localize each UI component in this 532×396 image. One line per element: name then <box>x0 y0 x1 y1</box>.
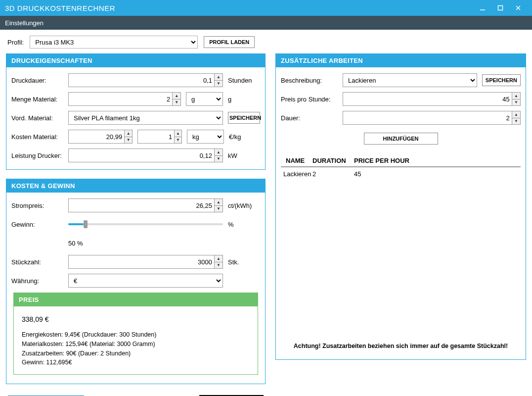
electricity-price-input[interactable]: ▲▼ <box>68 198 223 212</box>
profit-slider[interactable] <box>68 223 223 225</box>
panel-header-props: DRUCKEIGENSCHAFTEN <box>6 54 265 67</box>
panel-price: PREIS 338,09 € Energiekosten: 9,45€ (Dru… <box>13 293 258 375</box>
material-cost-qty-input[interactable]: ▲▼ <box>137 130 182 144</box>
material-amount-input[interactable]: ▲▼ <box>68 92 181 106</box>
svg-rect-1 <box>498 6 503 10</box>
spinner-down-icon[interactable]: ▼ <box>215 81 222 87</box>
printer-power-input[interactable]: ▲▼ <box>68 148 223 162</box>
material-preset-label: Vord. Material: <box>11 114 68 122</box>
price-profit-line: Gewinn: 112,695€ <box>22 358 250 367</box>
panel-costs-profit: KOSTEN & GEWINN Strompreis: ▲▼ ct/(kWh) … <box>6 179 266 384</box>
spinner-up-icon[interactable]: ▲ <box>215 74 222 81</box>
print-duration-unit: Stunden <box>228 77 260 84</box>
material-amount-label: Menge Material: <box>11 96 68 103</box>
material-save-button[interactable]: SPEICHERN <box>228 112 260 124</box>
cell-name: Lackieren <box>281 170 312 178</box>
spinner-down-icon[interactable]: ▼ <box>175 137 181 144</box>
panel-header-costs: KOSTEN & GEWINN <box>6 179 265 193</box>
material-preset-select[interactable]: Silver PLA filament 1kg <box>68 111 223 125</box>
extra-save-button[interactable]: SPEICHERN <box>482 74 521 86</box>
profit-unit: % <box>228 221 260 228</box>
spinner-down-icon[interactable]: ▼ <box>215 206 222 212</box>
th-duration: DURATION <box>312 157 354 164</box>
spinner-up-icon[interactable]: ▲ <box>215 255 222 262</box>
profile-label: Profil: <box>7 39 24 46</box>
spinner-up-icon[interactable]: ▲ <box>512 93 520 99</box>
extra-desc-select[interactable]: Lackieren <box>343 73 477 87</box>
spinner-up-icon[interactable]: ▲ <box>512 111 520 118</box>
extra-duration-label: Dauer: <box>281 114 343 122</box>
profile-select[interactable]: Prusa i3 MK3 <box>30 36 198 49</box>
printer-power-label: Leistung Drucker: <box>11 152 68 159</box>
print-duration-label: Druckdauer: <box>11 77 68 84</box>
profit-label: Gewinn: <box>11 221 68 228</box>
extra-desc-label: Beschreibung: <box>281 77 343 84</box>
price-material-line: Materialkosten: 125,94€ (Material: 3000 … <box>22 340 250 349</box>
spinner-up-icon[interactable]: ▲ <box>173 93 180 99</box>
menu-bar: Einstellungen <box>0 16 532 30</box>
spinner-up-icon[interactable]: ▲ <box>125 130 132 137</box>
profile-row: Profil: Prusa i3 MK3 PROFIL LADEN <box>0 30 532 53</box>
spinner-down-icon[interactable]: ▼ <box>512 99 520 106</box>
electricity-price-unit: ct/(kWh) <box>228 202 260 209</box>
title-bar: 3D DRUCKKOSTENRECHNER <box>0 0 532 16</box>
material-cost-unit: €/kg <box>229 133 261 141</box>
print-duration-input[interactable]: ▲▼ <box>68 73 223 87</box>
quantity-unit: Stk. <box>228 258 260 266</box>
spinner-down-icon[interactable]: ▼ <box>215 262 222 269</box>
quantity-input[interactable]: ▲▼ <box>68 255 223 269</box>
currency-label: Währung: <box>11 277 68 285</box>
spinner-down-icon[interactable]: ▼ <box>173 99 180 106</box>
material-cost-label: Kosten Material: <box>11 133 68 141</box>
profile-load-button[interactable]: PROFIL LADEN <box>204 36 255 48</box>
window-title: 3D DRUCKKOSTENRECHNER <box>5 4 115 12</box>
table-row[interactable]: Lackieren 2 45 <box>281 167 521 181</box>
material-amount-unit: g <box>228 96 260 103</box>
quantity-label: Stückzahl: <box>11 258 68 266</box>
extra-table-header: NAME DURATION PRICE PER HOUR <box>281 155 521 167</box>
panel-header-extra: ZUSÄTZLICHE ARBEITEN <box>276 54 526 67</box>
menu-settings[interactable]: Einstellungen <box>5 19 44 27</box>
th-price: PRICE PER HOUR <box>354 157 521 164</box>
panel-print-properties: DRUCKEIGENSCHAFTEN Druckdauer: ▲▼ Stunde… <box>6 53 266 170</box>
currency-select[interactable]: € <box>68 274 223 288</box>
cell-duration: 2 <box>312 170 354 178</box>
th-name: NAME <box>281 157 312 164</box>
spinner-up-icon[interactable]: ▲ <box>215 149 222 156</box>
electricity-price-label: Strompreis: <box>11 202 68 209</box>
spinner-up-icon[interactable]: ▲ <box>215 199 222 206</box>
price-energy-line: Energiekosten: 9,45€ (Druckdauer: 300 St… <box>22 330 250 340</box>
panel-header-price: PREIS <box>14 293 258 306</box>
panel-extra-work: ZUSÄTZLICHE ARBEITEN Beschreibung: Lacki… <box>275 53 526 360</box>
spinner-down-icon[interactable]: ▼ <box>215 156 222 162</box>
extra-duration-input[interactable]: ▲▼ <box>343 111 521 125</box>
extra-price-label: Preis pro Stunde: <box>281 96 343 103</box>
profit-value-display: 50 % <box>68 240 83 247</box>
maximize-button[interactable] <box>491 0 509 16</box>
price-total: 338,09 € <box>19 312 253 330</box>
spinner-up-icon[interactable]: ▲ <box>175 130 181 137</box>
extra-warning-text: Achtung! Zusatzarbeiten beziehen sich im… <box>281 338 521 352</box>
material-cost-input[interactable]: ▲▼ <box>68 130 133 144</box>
spinner-down-icon[interactable]: ▼ <box>125 137 132 144</box>
material-amount-unit-select[interactable]: g <box>186 92 223 106</box>
minimize-button[interactable] <box>474 0 491 16</box>
close-button[interactable] <box>509 0 527 16</box>
price-extra-line: Zusatzarbeiten: 90€ (Dauer: 2 Stunden) <box>22 349 250 358</box>
printer-power-unit: kW <box>228 152 260 159</box>
slider-thumb[interactable] <box>84 220 88 228</box>
material-cost-unit-select[interactable]: kg <box>187 130 224 144</box>
extra-add-button[interactable]: HINZUFÜGEN <box>364 133 438 145</box>
cell-price: 45 <box>354 170 521 178</box>
spinner-down-icon[interactable]: ▼ <box>512 118 520 125</box>
extra-price-input[interactable]: ▲▼ <box>343 92 521 106</box>
